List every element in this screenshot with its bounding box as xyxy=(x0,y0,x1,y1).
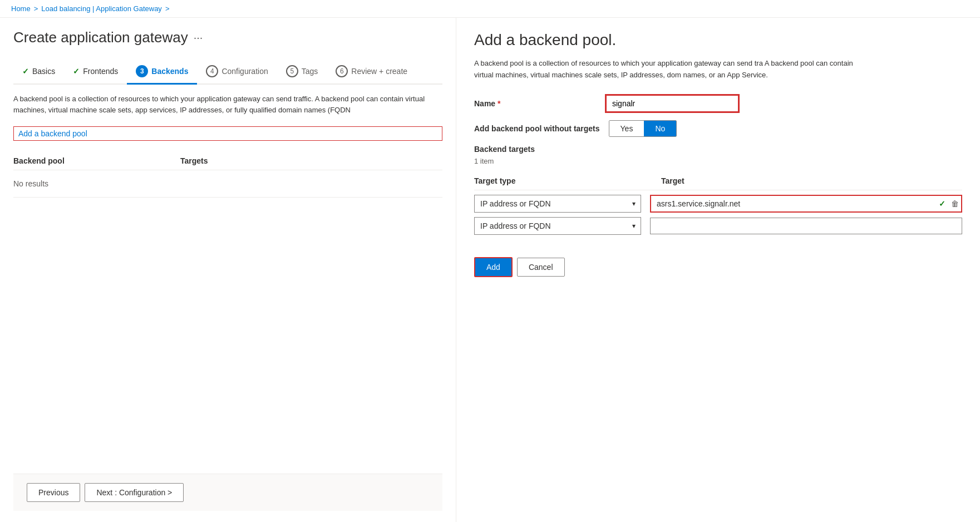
step-tags-num: 5 xyxy=(286,65,298,77)
check-basics: ✓ xyxy=(22,67,29,76)
breadcrumb-bar: Home > Load balancing | Application Gate… xyxy=(0,0,980,18)
target-input-2[interactable] xyxy=(650,218,962,234)
item-count: 1 item xyxy=(474,157,962,165)
step-frontends-label: Frontends xyxy=(83,67,118,76)
breadcrumb-sep2: > xyxy=(165,4,170,13)
name-row: Name * xyxy=(474,95,962,112)
panel-description: A backend pool is a collection of resour… xyxy=(474,58,864,81)
breadcrumb-load-balancing[interactable]: Load balancing | Application Gateway xyxy=(41,4,162,13)
step-tags-label: Tags xyxy=(302,67,318,76)
col-header-targets: Targets xyxy=(180,156,442,165)
step-tags[interactable]: 5 Tags xyxy=(277,60,327,85)
step-configuration-num: 4 xyxy=(206,65,218,77)
step-configuration-label: Configuration xyxy=(221,67,268,76)
col-header-pool: Backend pool xyxy=(13,156,180,165)
bottom-bar: Previous Next : Configuration > xyxy=(13,474,442,511)
toggle-no[interactable]: No xyxy=(644,121,676,136)
ellipsis-menu[interactable]: ··· xyxy=(194,31,203,44)
step-backends[interactable]: 3 Backends xyxy=(127,60,197,85)
cancel-button[interactable]: Cancel xyxy=(517,258,565,277)
col-target-header: Target xyxy=(661,176,962,185)
step-review-num: 6 xyxy=(336,65,348,77)
page-title: Create application gateway xyxy=(13,29,188,46)
name-label: Name * xyxy=(474,99,597,108)
step-basics[interactable]: ✓ Basics xyxy=(13,61,64,83)
delete-target-1[interactable]: 🗑 xyxy=(951,199,959,208)
toggle-yes[interactable]: Yes xyxy=(609,121,644,136)
steps-nav: ✓ Basics ✓ Frontends 3 Backends 4 Config… xyxy=(13,60,442,85)
step-review[interactable]: 6 Review + create xyxy=(327,60,416,85)
target-type-select-1: IP address or FQDN ▾ xyxy=(474,195,641,213)
required-indicator: * xyxy=(498,99,500,108)
target-input-wrapper-1: ✓ 🗑 xyxy=(650,195,962,213)
step-basics-label: Basics xyxy=(32,67,55,76)
left-panel: Create application gateway ··· ✓ Basics … xyxy=(0,18,456,522)
no-results: No results xyxy=(13,170,442,198)
table-header: Backend pool Targets xyxy=(13,152,442,170)
main-content: Create application gateway ··· ✓ Basics … xyxy=(0,18,980,522)
previous-button[interactable]: Previous xyxy=(27,483,80,502)
target-input-1[interactable] xyxy=(651,196,961,211)
add-button[interactable]: Add xyxy=(474,257,513,277)
right-bottom-bar: Add Cancel xyxy=(474,257,962,277)
target-row-2: IP address or FQDN ▾ xyxy=(474,217,962,235)
panel-title: Add a backend pool. xyxy=(474,31,962,49)
step-backends-num: 3 xyxy=(136,65,148,77)
target-row-1: IP address or FQDN ▾ ✓ 🗑 xyxy=(474,195,962,213)
next-configuration-button[interactable]: Next : Configuration > xyxy=(85,483,184,502)
breadcrumb-home[interactable]: Home xyxy=(11,4,31,13)
step-configuration[interactable]: 4 Configuration xyxy=(197,60,277,85)
add-backend-pool-link[interactable]: Add a backend pool xyxy=(13,126,442,141)
toggle-group: Yes No xyxy=(609,120,677,137)
target-type-select-2: IP address or FQDN ▾ xyxy=(474,217,641,235)
breadcrumb-sep1: > xyxy=(34,4,38,13)
step-review-label: Review + create xyxy=(351,67,407,76)
page-title-area: Create application gateway ··· xyxy=(13,29,442,46)
col-type-header: Target type xyxy=(474,176,652,185)
target-input-wrapper-2 xyxy=(650,218,962,234)
target-type-dropdown-2[interactable]: IP address or FQDN xyxy=(474,217,641,235)
breadcrumb: Home > Load balancing | Application Gate… xyxy=(11,4,969,13)
name-input[interactable] xyxy=(605,95,739,112)
step-backends-label: Backends xyxy=(151,67,188,76)
check-icon-1: ✓ xyxy=(939,199,945,208)
check-frontends: ✓ xyxy=(73,67,80,76)
targets-table-header: Target type Target xyxy=(474,172,962,190)
add-without-targets-row: Add backend pool without targets Yes No xyxy=(474,120,962,137)
target-type-dropdown-1[interactable]: IP address or FQDN xyxy=(474,195,641,213)
right-panel: Add a backend pool. A backend pool is a … xyxy=(456,18,980,522)
add-without-targets-label: Add backend pool without targets xyxy=(474,124,600,133)
step-frontends[interactable]: ✓ Frontends xyxy=(64,61,127,83)
backend-targets-title: Backend targets xyxy=(474,145,962,154)
main-description: A backend pool is a collection of resour… xyxy=(13,93,442,115)
